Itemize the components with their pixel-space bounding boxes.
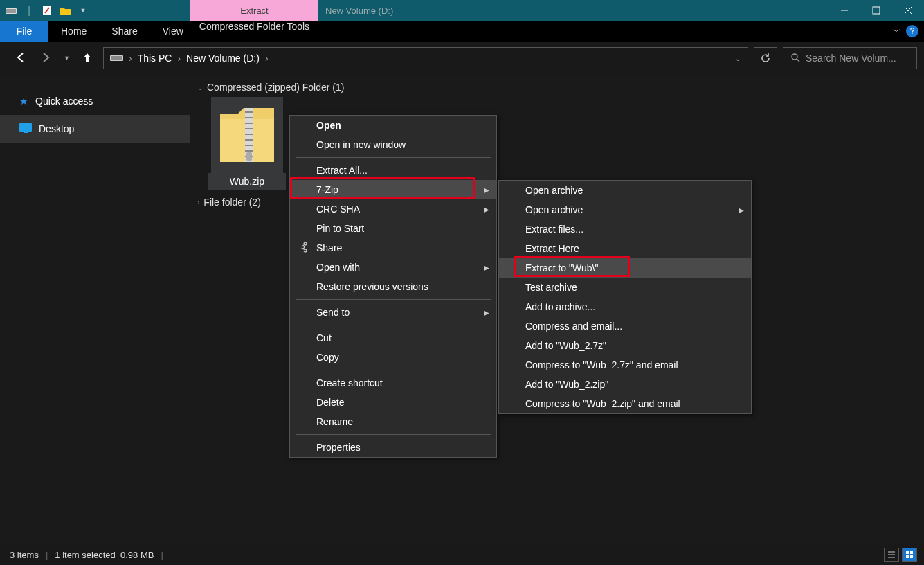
- star-icon: ★: [19, 96, 28, 107]
- ctx-delete[interactable]: Delete: [290, 393, 496, 412]
- status-selected-count: 1 item selected: [55, 550, 115, 560]
- svg-rect-1: [6, 9, 16, 13]
- group-header-label: File folder (2): [203, 197, 260, 208]
- sidebar-desktop[interactable]: Desktop: [0, 115, 190, 143]
- titlebar: | ▼ Extract New Volume (D:): [0, 0, 924, 21]
- sidebar-quick-access[interactable]: ★ Quick access: [0, 87, 190, 115]
- group-header-zip[interactable]: ⌄ Compressed (zipped) Folder (1): [194, 75, 924, 97]
- ctx-create-shortcut[interactable]: Create shortcut: [290, 373, 496, 393]
- contextual-group-label: Extract: [190, 0, 318, 21]
- chevron-right-icon: ▶: [484, 264, 489, 271]
- ctx-crc-sha[interactable]: CRC SHA▶: [290, 199, 496, 219]
- subctx-compress-email[interactable]: Compress and email...: [499, 316, 751, 336]
- ctx-copy[interactable]: Copy: [290, 348, 496, 367]
- tab-home[interactable]: Home: [48, 21, 99, 42]
- status-item-count: 3 items: [10, 550, 39, 560]
- ctx-open-with[interactable]: Open with▶: [290, 258, 496, 277]
- ctx-open[interactable]: Open: [290, 116, 496, 135]
- file-item-wub-zip[interactable]: Wub.zip: [208, 97, 286, 190]
- subctx-extract-here[interactable]: Extract Here: [499, 239, 751, 258]
- status-selected-size: 0.98 MB: [120, 550, 154, 560]
- ctx-send-to[interactable]: Send to▶: [290, 303, 496, 322]
- file-name-label: Wub.zip: [208, 173, 286, 190]
- zip-folder-icon: [211, 97, 283, 173]
- window-title: New Volume (D:): [325, 0, 393, 21]
- breadcrumb-current[interactable]: New Volume (D:): [186, 53, 260, 64]
- nav-forward-button[interactable]: [39, 51, 53, 66]
- search-placeholder: Search New Volum...: [806, 53, 896, 64]
- tab-view[interactable]: View: [150, 21, 196, 42]
- ctx-7zip[interactable]: 7-Zip▶: [290, 180, 496, 199]
- drive-icon[interactable]: [4, 3, 18, 17]
- minimize-button[interactable]: [828, 0, 860, 21]
- svg-rect-23: [246, 152, 252, 161]
- nav-up-button[interactable]: [81, 51, 93, 66]
- file-pane[interactable]: ⌄ Compressed (zipped) Folder (1): [190, 75, 924, 544]
- breadcrumb-this-pc[interactable]: This PC: [138, 53, 172, 64]
- search-icon: [790, 53, 800, 64]
- desktop-icon: [19, 123, 32, 135]
- svg-rect-11: [19, 123, 32, 132]
- ctx-restore-versions[interactable]: Restore previous versions: [290, 277, 496, 296]
- maximize-button[interactable]: [860, 0, 892, 21]
- subctx-extract-to[interactable]: Extract to "Wub\": [499, 258, 751, 278]
- svg-rect-30: [910, 555, 913, 558]
- sidebar: ★ Quick access Desktop: [0, 75, 190, 544]
- svg-rect-28: [910, 551, 913, 554]
- file-tab[interactable]: File: [0, 21, 48, 42]
- ctx-extract-all[interactable]: Extract All...: [290, 161, 496, 180]
- tab-compressed-tools[interactable]: Compressed Folder Tools: [190, 21, 318, 32]
- chevron-right-icon: ▶: [484, 186, 489, 194]
- chevron-right-icon[interactable]: ›: [129, 53, 132, 64]
- subctx-open-archive[interactable]: Open archive: [499, 181, 751, 200]
- tab-share[interactable]: Share: [99, 21, 150, 42]
- ctx-properties[interactable]: Properties: [290, 438, 496, 457]
- share-icon: [297, 242, 308, 255]
- chevron-right-icon[interactable]: ›: [265, 53, 269, 64]
- ribbon-expand-icon[interactable]: ﹀: [893, 26, 900, 37]
- svg-rect-27: [906, 551, 909, 554]
- subctx-compress-7z-email[interactable]: Compress to "Wub_2.7z" and email: [499, 355, 751, 375]
- navbar: ▼ › This PC › New Volume (D:) › ⌄ Search…: [0, 42, 924, 75]
- subctx-add-7z[interactable]: Add to "Wub_2.7z": [499, 336, 751, 355]
- subctx-test-archive[interactable]: Test archive: [499, 278, 751, 297]
- svg-rect-29: [906, 555, 909, 558]
- chevron-right-icon: ▶: [739, 206, 744, 214]
- status-bar: 3 items | 1 item selected 0.98 MB |: [0, 544, 924, 565]
- group-header-label: Compressed (zipped) Folder (1): [207, 82, 344, 93]
- svg-rect-8: [111, 56, 122, 60]
- ctx-open-new-window[interactable]: Open in new window: [290, 135, 496, 154]
- ribbon: File Home Share View Compressed Folder T…: [0, 21, 924, 42]
- view-details-button[interactable]: [884, 548, 899, 562]
- ctx-share[interactable]: Share: [290, 238, 496, 258]
- sidebar-item-label: Quick access: [35, 96, 93, 107]
- chevron-right-icon: ▶: [484, 309, 489, 316]
- close-button[interactable]: [892, 0, 924, 21]
- svg-line-10: [797, 59, 799, 62]
- subctx-extract-files[interactable]: Extract files...: [499, 219, 751, 239]
- address-bar[interactable]: › This PC › New Volume (D:) › ⌄: [103, 47, 748, 69]
- qat-dropdown-icon[interactable]: ▼: [76, 3, 90, 17]
- help-icon[interactable]: ?: [906, 25, 918, 37]
- chevron-down-icon: ⌄: [197, 84, 203, 91]
- subctx-add-zip[interactable]: Add to "Wub_2.zip": [499, 375, 751, 394]
- ctx-cut[interactable]: Cut: [290, 328, 496, 348]
- refresh-button[interactable]: [754, 47, 777, 69]
- ctx-pin-start[interactable]: Pin to Start: [290, 219, 496, 238]
- nav-recent-dropdown[interactable]: ▼: [64, 55, 70, 62]
- address-drive-icon: [109, 53, 123, 64]
- subctx-open-archive-more[interactable]: Open archive▶: [499, 200, 751, 219]
- svg-rect-12: [24, 132, 28, 133]
- subctx-add-to-archive[interactable]: Add to archive...: [499, 297, 751, 316]
- address-dropdown-icon[interactable]: ⌄: [735, 55, 748, 62]
- subctx-compress-zip-email[interactable]: Compress to "Wub_2.zip" and email: [499, 394, 751, 413]
- chevron-right-icon[interactable]: ›: [177, 53, 181, 64]
- sidebar-item-label: Desktop: [39, 123, 74, 134]
- qat-newfolder-icon[interactable]: [58, 3, 72, 17]
- ctx-rename[interactable]: Rename: [290, 412, 496, 431]
- qat-properties-icon[interactable]: [40, 3, 54, 17]
- view-large-icons-button[interactable]: [902, 548, 917, 562]
- qat-sep: |: [22, 3, 36, 17]
- nav-back-button[interactable]: [14, 51, 28, 66]
- search-input[interactable]: Search New Volum...: [783, 47, 917, 69]
